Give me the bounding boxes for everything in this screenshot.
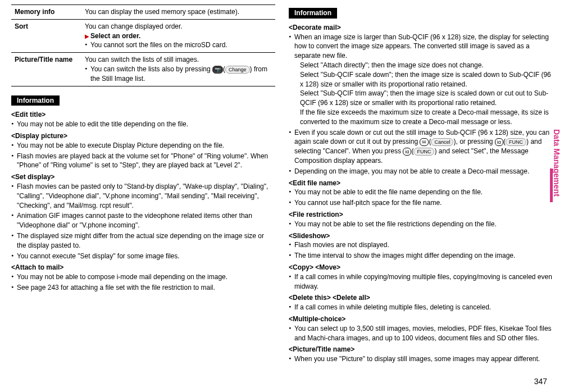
section-title: <Picture/Title name>: [289, 345, 553, 354]
list-item: Animation GIF images cannot paste to the…: [11, 211, 275, 230]
option-label: Picture/Title name: [11, 53, 81, 86]
list-item: The displayed size might differ from the…: [11, 231, 275, 250]
list-item: When you use "Picture" to display still …: [289, 354, 553, 364]
list-item: If a call comes in while copying/moving …: [289, 272, 553, 291]
list-item: If a call comes in while deleting multip…: [289, 303, 553, 312]
soft-key-label: FUNC: [506, 138, 526, 146]
section-title: <Copy> <Move>: [289, 263, 553, 272]
soft-key-label: Change: [225, 66, 250, 74]
list-item: You may not be able to edit the file nam…: [289, 188, 553, 197]
bullet-list: You can select up to 3,500 still images,…: [289, 324, 553, 343]
bullet-list: Flash movies are not displayed.The time …: [289, 240, 553, 261]
camera-button-icon: 📷: [212, 66, 223, 74]
side-tab-bar: [550, 168, 553, 202]
list-item: You may not be able to edit the title de…: [11, 120, 275, 129]
list-item: The time interval to show the images mig…: [289, 251, 553, 261]
section-title: <Attach to mail>: [11, 263, 275, 272]
left-column: Memory infoYou can display the used memo…: [11, 4, 275, 365]
table-row: Memory infoYou can display the used memo…: [11, 5, 275, 20]
bullet-list: If a call comes in while deleting multip…: [289, 303, 553, 312]
triangle-icon: ▶: [85, 33, 89, 39]
option-label: Memory info: [11, 5, 81, 20]
section-title: <Slideshow>: [289, 231, 553, 241]
list-item: Flash movies are played back at the volu…: [11, 152, 275, 171]
bullet-list: You may not be able to edit the file nam…: [289, 188, 553, 208]
page-columns: Memory infoYou can display the used memo…: [11, 4, 553, 365]
sub-line: If the file size exceeds the maximum siz…: [294, 108, 553, 127]
section-title: <Edit file name>: [289, 179, 553, 188]
soft-key-label: FUNC: [413, 148, 434, 156]
list-item: You cannot use half-pitch space for the …: [289, 198, 553, 208]
sub-line: Select "Sub-QCIF scale down"; then the i…: [294, 70, 553, 89]
mail-button-icon: ✉: [420, 138, 429, 146]
ir-button-icon: iα: [495, 138, 503, 146]
option-description: You can change displayed order.▶Select a…: [81, 19, 275, 52]
section-title: <Edit title>: [11, 110, 275, 120]
table-row: Picture/Title nameYou can switch the lis…: [11, 53, 275, 86]
list-item: Flash movies can be pasted only to "Stan…: [11, 182, 275, 210]
list-item: You can select up to 3,500 still images,…: [289, 324, 553, 343]
bullet-list: Flash movies can be pasted only to "Stan…: [11, 182, 275, 261]
table-row: SortYou can change displayed order.▶Sele…: [11, 19, 275, 52]
sub-line: Select "Attach directly"; then the image…: [294, 61, 553, 70]
list-item: Flash movies are not displayed.: [289, 240, 553, 250]
list-item: You may not be able to execute Display P…: [11, 141, 275, 151]
bullet-list: You may not be able to execute Display P…: [11, 141, 275, 170]
bullet-list: You may not be able to set the file rest…: [289, 220, 553, 229]
list-item: You may not be able to set the file rest…: [289, 220, 553, 229]
soft-key-label: Cancel: [431, 138, 453, 146]
list-item: When an image size is larger than Sub-QC…: [289, 33, 553, 127]
bullet-list: You may not be able to compose i-mode ma…: [11, 272, 275, 293]
list-item: See page 243 for attaching a file set wi…: [11, 283, 275, 293]
sub-line: Select "Sub-QCIF trim away"; then the im…: [294, 89, 553, 108]
list-item: Depending on the image, you may not be a…: [289, 167, 553, 176]
option-description: You can display the used memory space (e…: [81, 5, 275, 20]
options-table: Memory infoYou can display the used memo…: [11, 4, 275, 86]
bullet-list: If a call comes in while copying/moving …: [289, 272, 553, 291]
information-header-left: Information: [11, 95, 60, 106]
information-header-right: Information: [289, 8, 337, 19]
section-title: <File restriction>: [289, 210, 553, 220]
page-number: 347: [534, 376, 547, 388]
list-item: You may not be able to compose i-mode ma…: [11, 272, 275, 282]
list-item: You cannot execute "Set display" for som…: [11, 252, 275, 261]
section-title: <Set display>: [11, 172, 275, 182]
ir-button-icon: iα: [403, 148, 411, 156]
option-description: You can switch the lists of still images…: [81, 53, 275, 86]
section-title: <Decorate mail>: [289, 23, 553, 33]
bullet-list: You may not be able to edit the title de…: [11, 120, 275, 129]
bullet-list: When an image size is larger than Sub-QC…: [289, 33, 553, 176]
list-item: Even if you scale down or cut out the st…: [289, 128, 553, 166]
option-label: Sort: [11, 19, 81, 52]
section-title: <Delete this> <Delete all>: [289, 293, 553, 303]
bullet-list: When you use "Picture" to display still …: [289, 354, 553, 364]
section-title: <Display picture>: [11, 131, 275, 141]
right-column: Information <Decorate mail>When an image…: [289, 4, 553, 365]
section-title: <Multiple-choice>: [289, 314, 553, 324]
